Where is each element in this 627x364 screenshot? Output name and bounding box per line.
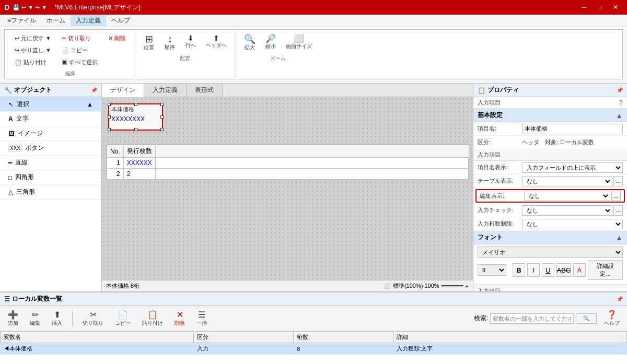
resize-handle-br[interactable] [160, 128, 164, 131]
table-row: 1 XXXXXX [107, 158, 469, 169]
header-button[interactable]: ⬆ ヘッダへ [202, 33, 230, 53]
search-button[interactable]: 🔍 [576, 313, 597, 324]
batch-button[interactable]: ☰ 一括 [193, 308, 211, 328]
font-color-button[interactable]: A [573, 263, 586, 277]
delete-button[interactable]: ✕ 削除 [104, 33, 130, 44]
object-item-select[interactable]: ↖ 選択 ▲ [0, 97, 101, 112]
object-item-rect[interactable]: □ 四角形 [0, 170, 101, 185]
prop-bottom-text: 入力項目 入力項目を設定します。 [473, 285, 627, 291]
tab-table-form[interactable]: 表形式 [187, 84, 223, 97]
resize-handle-tr[interactable] [160, 103, 164, 106]
bottom-toolbar: ➕ 追加 ✏ 編集 ⬆ 挿入 ✂ 切り取り 📄 コピー 📋 貼り付け ✕ 削除 [0, 306, 627, 331]
resize-handle-bl[interactable] [108, 128, 111, 131]
copy-button[interactable]: 📄 コピー [58, 45, 101, 56]
menu-file[interactable]: ≡ファイル [2, 15, 41, 26]
panel-pin[interactable]: 📌 [91, 87, 97, 93]
insert-var-button[interactable]: ⬆ 挿入 [48, 308, 66, 328]
maximize-button[interactable]: □ [593, 2, 607, 13]
prop-row-category: 区分: ヘッダ 対象: ローカル変数 [473, 136, 627, 149]
redo-button[interactable]: ↪ やり直し ▼ [11, 45, 55, 56]
minimize-button[interactable]: ─ [577, 2, 591, 13]
object-item-text[interactable]: A 文字 [0, 112, 101, 126]
input-check-label: 入力チェック: [478, 206, 522, 214]
basic-settings-header[interactable]: 基本設定 ▲ [473, 109, 627, 122]
delete-var-label: 削除 [175, 320, 185, 327]
resize-handle-mr[interactable] [160, 115, 164, 119]
font-collapse-button[interactable]: ▲ [616, 233, 623, 242]
position-button[interactable]: ⊞ 位置 [140, 33, 158, 53]
italic-button[interactable]: I [527, 263, 540, 277]
resize-handle-bc[interactable] [134, 128, 137, 131]
edit-var-button[interactable]: ✏ 編集 [26, 308, 44, 328]
object-item-line[interactable]: ━ 直線 [0, 156, 101, 170]
copy-var-button[interactable]: 📄 コピー [111, 308, 134, 328]
edit-display-dots[interactable]: … [611, 191, 621, 201]
zoom-slider[interactable]: ━━━━━━ [442, 283, 463, 289]
edit-display-select[interactable]: なし [524, 191, 610, 201]
header-icon: ⬆ [213, 34, 219, 42]
cell-val-2: 2 [123, 169, 155, 180]
cut-var-button[interactable]: ✂ 切り取り [79, 308, 107, 328]
close-button[interactable]: ✕ [608, 2, 623, 13]
select-all-button[interactable]: ▣ すべて選択 [58, 57, 101, 68]
detail-settings-button[interactable]: 詳細設定... [588, 260, 623, 280]
menu-home[interactable]: ホーム [41, 15, 71, 26]
font-section-header[interactable]: フォント ▲ [473, 231, 627, 244]
fit-screen-button[interactable]: ⬜ 画面サイズ [282, 33, 316, 53]
zoom-out-button[interactable]: 🔎 縮小 [261, 33, 280, 53]
font-name-select[interactable]: メイリオ [478, 246, 623, 258]
search-input[interactable] [490, 313, 574, 324]
order-icon: ↕ [168, 34, 172, 44]
selected-element[interactable]: 本体価格 XXXXXXXX [108, 103, 163, 131]
help-icon[interactable]: ? [619, 99, 623, 107]
resize-handle-tc[interactable] [134, 103, 137, 106]
tab-input-def[interactable]: 入力定義 [144, 84, 187, 97]
name-input[interactable] [522, 124, 623, 134]
delete-var-button[interactable]: ✕ 削除 [171, 308, 189, 328]
zoom-plus[interactable]: + [466, 283, 469, 289]
local-var-pin[interactable]: 📌 [617, 296, 623, 302]
add-var-button[interactable]: ➕ 追加 [4, 308, 22, 328]
table-display-dots[interactable]: … [613, 176, 623, 186]
zoom-in-label: 拡大 [245, 44, 255, 51]
cell-no-1: 1 [107, 158, 124, 169]
paste-button[interactable]: 📋 貼り付け [11, 57, 55, 68]
zoom-area: ⬜ 標準(100%) 100% ━━━━━━ + [384, 282, 469, 290]
input-check-dots[interactable]: … [613, 205, 623, 216]
add-icon: ➕ [8, 310, 18, 320]
menu-input-def[interactable]: 入力定義 [71, 15, 106, 26]
undo-button[interactable]: ↩ 元に戻す ▼ [11, 33, 55, 44]
var-row[interactable]: ◀本体価格 入力 8 入力種類:文字 [1, 343, 627, 355]
object-item-triangle[interactable]: △ 三角形 [0, 185, 101, 199]
object-panel-title: オブジェクト [14, 86, 52, 95]
font-size-select[interactable]: 9 [478, 264, 506, 276]
input-check-select[interactable]: なし [522, 205, 612, 216]
zoom-in-button[interactable]: 🔍 拡大 [240, 33, 259, 53]
object-item-image[interactable]: 🖼 イメージ [0, 126, 101, 141]
prop-pin[interactable]: 📌 [617, 87, 623, 93]
underline-button[interactable]: U [542, 263, 554, 277]
prop-panel-header: 📋 プロパティ 📌 [473, 84, 627, 97]
resize-handle-ml[interactable] [108, 115, 111, 119]
strikethrough-button[interactable]: ABC [556, 263, 571, 277]
tab-design[interactable]: デザイン [102, 84, 144, 97]
object-item-button[interactable]: XXX ボタン [0, 141, 101, 156]
name-display-select[interactable]: 入力フィールドの上に表示 [522, 162, 623, 173]
help-button[interactable]: ❓ ヘルプ [601, 309, 623, 328]
cut-button[interactable]: ✂ 切り取り [58, 33, 101, 44]
triangle-label: 三角形 [16, 187, 35, 196]
order-button[interactable]: ↕ 順序 [160, 33, 179, 53]
image-icon: 🖼 [8, 130, 15, 137]
prop-footer: 入力項目 入力項目を設定します。 フォーマット: MLV6 Ver. 1（レイア… [473, 285, 627, 291]
collapse-button[interactable]: ▲ [616, 111, 623, 120]
resize-handle-tl[interactable] [108, 103, 111, 106]
insert-label: 挿入 [52, 320, 62, 327]
digit-limit-select[interactable]: なし [522, 219, 623, 229]
table-display-select[interactable]: なし [522, 176, 612, 186]
menu-help[interactable]: ヘルプ [106, 15, 135, 26]
title-text: *MLV6 Enterprise[MLデザイン] [54, 3, 141, 12]
button-icon: XXX [8, 145, 22, 151]
row-button[interactable]: ⬇ 行へ [181, 33, 200, 53]
bold-button[interactable]: B [513, 263, 525, 277]
paste-var-button[interactable]: 📋 貼り付け [138, 308, 167, 328]
